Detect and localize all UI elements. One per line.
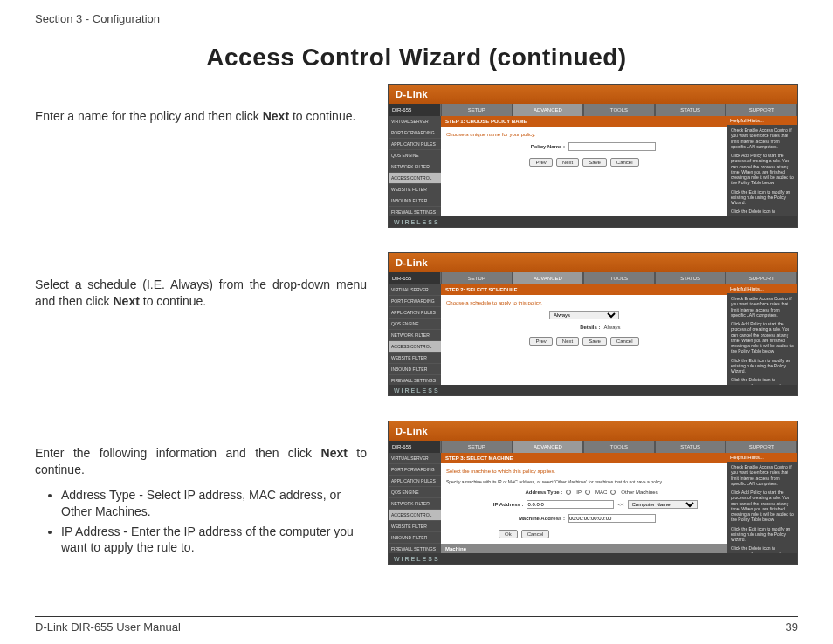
step-title-bar: STEP 2: SELECT SCHEDULE: [441, 284, 727, 295]
help-paragraph: Click the Edit icon to modify an existin…: [731, 358, 794, 374]
instruction-row: Enter a name for the policy and then cli…: [35, 84, 798, 228]
instruction-text: Select a schedule (I.E. Always) from the…: [35, 252, 367, 310]
tab-setup[interactable]: SETUP: [441, 104, 513, 116]
nav-item[interactable]: PORT FORWARDING: [389, 296, 441, 307]
nav-item[interactable]: WEBSITE FILTER: [389, 521, 441, 532]
router-screenshot: D-LinkDIR-655SETUPADVANCEDTOOLSSTATUSSUP…: [388, 84, 798, 228]
tab-support[interactable]: SUPPORT: [726, 104, 797, 116]
prev-button[interactable]: Prev: [529, 337, 552, 346]
next-button[interactable]: Next: [556, 158, 579, 167]
page-footer: D-Link DIR-655 User Manual 39: [35, 616, 798, 634]
nav-item[interactable]: QOS ENGINE: [389, 150, 441, 161]
radio-other-machines[interactable]: [610, 490, 616, 495]
help-panel: Helpful Hints...Check Enable Access Cont…: [727, 116, 797, 216]
nav-item[interactable]: WEBSITE FILTER: [389, 353, 441, 364]
form-row: Address Type :IP MAC Other Machines: [446, 490, 722, 495]
nav-item[interactable]: VIRTUAL SERVER: [389, 453, 441, 464]
help-title: Helpful Hints...: [727, 284, 797, 293]
nav-item[interactable]: APPLICATION RULES: [389, 476, 441, 487]
wireless-footer: WIRELESS: [389, 385, 797, 395]
computer-name-select[interactable]: Computer Name: [628, 500, 698, 509]
cancel-button[interactable]: Cancel: [610, 158, 639, 167]
hint-text: Select the machine to which this policy …: [446, 469, 722, 474]
nav-item[interactable]: NETWORK FILTER: [389, 330, 441, 341]
help-paragraph: Click Add Policy to start the process of…: [731, 321, 794, 354]
nav-item[interactable]: VIRTUAL SERVER: [389, 116, 441, 127]
help-panel: Helpful Hints...Check Enable Access Cont…: [727, 284, 797, 385]
help-paragraph: Check Enable Access Control if you want …: [731, 296, 794, 318]
prev-button[interactable]: Prev: [529, 158, 552, 167]
text-input[interactable]: [568, 142, 656, 151]
brand-logo: D-Link: [396, 257, 428, 268]
tab-tools[interactable]: TOOLS: [583, 441, 655, 453]
nav-item[interactable]: PORT FORWARDING: [389, 127, 441, 139]
text-input[interactable]: [527, 500, 614, 509]
hint-text: Choose a unique name for your policy.: [446, 132, 722, 137]
radio-label: Other Machines: [621, 490, 657, 495]
tab-setup[interactable]: SETUP: [441, 272, 513, 284]
nav-item[interactable]: INBOUND FILTER: [389, 364, 441, 375]
model-label: DIR-655: [389, 441, 441, 453]
schedule-select[interactable]: Always: [549, 311, 619, 319]
cancel-button[interactable]: Cancel: [610, 337, 639, 346]
form-row: Always: [446, 311, 722, 319]
nav-item[interactable]: APPLICATION RULES: [389, 139, 441, 150]
save-button[interactable]: Save: [582, 337, 607, 346]
tab-status[interactable]: STATUS: [655, 104, 726, 116]
tabs-row: DIR-655SETUPADVANCEDTOOLSSTATUSSUPPORT: [389, 441, 797, 453]
nav-item[interactable]: INBOUND FILTER: [389, 532, 441, 544]
nav-item[interactable]: ACCESS CONTROL: [389, 510, 441, 521]
tab-setup[interactable]: SETUP: [441, 441, 513, 453]
tab-support[interactable]: SUPPORT: [726, 272, 797, 284]
nav-item[interactable]: VIRTUAL SERVER: [389, 284, 441, 296]
static-value: Always: [603, 325, 620, 330]
instruction-text: Enter a name for the policy and then cli…: [35, 84, 367, 125]
subhint-text: Specify a machine with its IP or MAC add…: [446, 479, 722, 484]
section-header: Section 3 - Configuration: [35, 10, 798, 29]
nav-item[interactable]: QOS ENGINE: [389, 319, 441, 330]
tab-advanced[interactable]: ADVANCED: [513, 104, 584, 116]
text-input[interactable]: [568, 514, 656, 523]
brand-logo: D-Link: [396, 426, 428, 436]
wireless-footer: WIRELESS: [389, 216, 797, 227]
nav-item[interactable]: INBOUND FILTER: [389, 195, 441, 207]
tab-status[interactable]: STATUS: [655, 441, 726, 453]
step-title-bar: STEP 1: CHOOSE POLICY NAME: [441, 116, 727, 127]
field-label: Details :: [547, 325, 600, 330]
nav-item[interactable]: ACCESS CONTROL: [389, 173, 441, 184]
brand-bar: D-Link: [389, 85, 797, 104]
router-screenshot: D-LinkDIR-655SETUPADVANCEDTOOLSSTATUSSUP…: [388, 252, 798, 396]
tab-advanced[interactable]: ADVANCED: [513, 272, 584, 284]
nav-item[interactable]: PORT FORWARDING: [389, 464, 441, 476]
wizard-panel: STEP 3: SELECT MACHINESelect the machine…: [441, 453, 727, 553]
tab-tools[interactable]: TOOLS: [583, 272, 655, 284]
help-paragraph: Check Enable Access Control if you want …: [731, 464, 794, 486]
save-button[interactable]: Save: [582, 158, 607, 167]
nav-item[interactable]: NETWORK FILTER: [389, 498, 441, 510]
next-button[interactable]: Next: [556, 337, 579, 346]
tab-status[interactable]: STATUS: [655, 272, 726, 284]
radio-mac[interactable]: [585, 490, 590, 495]
help-paragraph: Check Enable Access Control if you want …: [731, 127, 794, 149]
side-nav: VIRTUAL SERVERPORT FORWARDINGAPPLICATION…: [389, 116, 441, 216]
bullet-item: IP Address - Enter the IP address of the…: [61, 524, 367, 557]
nav-item[interactable]: WEBSITE FILTER: [389, 184, 441, 195]
nav-item[interactable]: APPLICATION RULES: [389, 307, 441, 319]
field-label: Machine Address :: [513, 516, 565, 521]
nav-item[interactable]: NETWORK FILTER: [389, 161, 441, 173]
tab-advanced[interactable]: ADVANCED: [513, 441, 584, 453]
nav-item[interactable]: QOS ENGINE: [389, 487, 441, 498]
radio-ip[interactable]: [566, 490, 571, 495]
ok-button[interactable]: Ok: [499, 530, 518, 538]
page-title: Access Control Wizard (continued): [35, 44, 798, 72]
tab-support[interactable]: SUPPORT: [726, 441, 797, 453]
nav-item[interactable]: ACCESS CONTROL: [389, 341, 441, 353]
bold-next: Next: [263, 109, 289, 123]
form-row: Policy Name :: [446, 142, 722, 151]
bullet-item: Address Type - Select IP address, MAC ad…: [61, 487, 367, 520]
brand-bar: D-Link: [389, 421, 797, 441]
form-row: Machine Address :: [446, 514, 722, 523]
tab-tools[interactable]: TOOLS: [583, 104, 655, 116]
field-label: Address Type :: [510, 490, 562, 495]
cancel-button[interactable]: Cancel: [521, 530, 550, 538]
